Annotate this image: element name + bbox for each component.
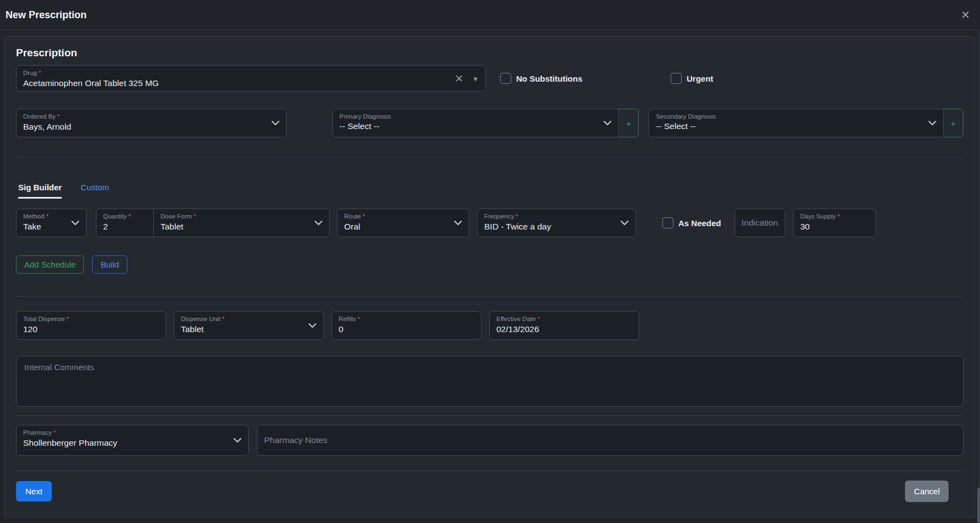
chevron-down-icon — [928, 121, 936, 126]
secondary-diagnosis-select[interactable]: Secondary Diagnosis -- Select -- — [649, 109, 944, 137]
quantity-value: 2 — [103, 221, 147, 233]
frequency-select[interactable]: Frequency* BID - Twice a day — [477, 209, 636, 237]
as-needed-checkbox[interactable]: As Needed — [662, 217, 721, 228]
internal-comments-textarea[interactable]: Internal Comments — [16, 356, 963, 407]
section-divider — [16, 415, 963, 416]
quantity-input[interactable]: Quantity* 2 — [97, 209, 154, 237]
diagnosis-row: Ordered By* Bays, Arnold Primary Diagnos… — [16, 109, 963, 137]
total-dispense-value: 120 — [23, 324, 159, 335]
next-button[interactable]: Next — [16, 481, 52, 501]
chevron-down-icon — [71, 221, 79, 226]
frequency-value: BID - Twice a day — [484, 221, 615, 233]
cancel-button[interactable]: Cancel — [905, 481, 949, 502]
schedule-buttons-row: Add Schedule Build — [16, 255, 963, 274]
chevron-down-icon — [620, 221, 629, 226]
days-supply-label: Days Supply* — [800, 212, 869, 221]
footer-actions: Next Cancel — [16, 481, 963, 502]
chevron-down-icon — [454, 221, 462, 226]
ordered-by-value: Bays, Arnold — [23, 121, 266, 133]
refills-input[interactable]: Refills* 0 — [331, 311, 481, 340]
dose-form-select[interactable]: Dose Form* Tablet — [154, 209, 329, 237]
sig-builder-row: Method* Take Quantity* 2 Dose Form* Tabl… — [16, 209, 963, 237]
required-marker: * — [516, 213, 518, 220]
required-marker: * — [363, 213, 365, 220]
chevron-down-icon — [233, 438, 242, 443]
quantity-label: Quantity* — [103, 212, 147, 221]
total-dispense-label: Total Dispense* — [23, 315, 159, 323]
drug-row: Drug* Acetaminophen Oral Tablet 325 MG ✕… — [16, 65, 963, 92]
pharmacy-row: Pharmacy* Shollenberger Pharmacy Pharmac… — [16, 425, 963, 456]
tab-custom[interactable]: Custom — [81, 183, 109, 199]
no-substitutions-label: No Substitutions — [516, 74, 582, 83]
section-title: Prescription — [16, 47, 963, 59]
add-secondary-diagnosis-button[interactable]: + — [943, 109, 963, 137]
vertical-scrollbar[interactable] — [977, 30, 980, 523]
no-substitutions-checkbox[interactable]: No Substitutions — [500, 73, 582, 84]
dispense-unit-select[interactable]: Dispense Unit* Tablet — [174, 311, 324, 340]
pharmacy-notes-placeholder: Pharmacy Notes — [264, 435, 328, 446]
tab-sig-builder[interactable]: Sig Builder — [18, 183, 62, 199]
pharmacy-select[interactable]: Pharmacy* Shollenberger Pharmacy — [16, 425, 249, 456]
secondary-diagnosis-label: Secondary Diagnosis — [656, 113, 923, 120]
effective-date-input[interactable]: Effective Date* 02/13/2026 — [489, 311, 639, 340]
internal-comments-placeholder: Internal Comments — [24, 362, 955, 372]
checkbox-box[interactable] — [500, 73, 511, 84]
clear-icon[interactable]: ✕ — [455, 73, 464, 84]
dose-form-value: Tablet — [160, 221, 309, 233]
as-needed-label: As Needed — [678, 218, 721, 228]
secondary-diagnosis-group: Secondary Diagnosis -- Select -- + — [649, 109, 963, 137]
modal-header: New Prescription ✕ — [0, 0, 980, 30]
drug-label: Drug* — [23, 69, 479, 77]
urgent-checkbox[interactable]: Urgent — [671, 73, 713, 84]
days-supply-value: 30 — [800, 221, 869, 233]
section-divider — [16, 296, 963, 297]
pharmacy-notes-input[interactable]: Pharmacy Notes — [257, 425, 963, 456]
dispense-row: Total Dispense* 120 Dispense Unit* Table… — [16, 311, 963, 340]
chevron-down-icon — [603, 121, 612, 126]
route-label: Route* — [344, 212, 449, 221]
refills-value: 0 — [339, 324, 474, 335]
route-select[interactable]: Route* Oral — [337, 209, 469, 237]
required-marker: * — [46, 213, 48, 220]
method-label: Method* — [23, 212, 66, 221]
chevron-down-icon — [308, 323, 317, 328]
days-supply-input[interactable]: Days Supply* 30 — [793, 209, 876, 237]
effective-date-value: 02/13/2026 — [496, 324, 632, 335]
section-divider — [16, 470, 963, 471]
add-primary-diagnosis-button[interactable]: + — [618, 109, 639, 137]
required-marker: * — [128, 213, 131, 220]
required-marker: * — [357, 316, 360, 322]
dose-form-label: Dose Form* — [160, 212, 309, 221]
scrollbar-thumb[interactable] — [977, 488, 980, 523]
checkbox-box[interactable] — [662, 217, 673, 228]
dispense-unit-value: Tablet — [181, 324, 303, 335]
add-schedule-button[interactable]: Add Schedule — [16, 255, 84, 274]
pharmacy-value: Shollenberger Pharmacy — [23, 437, 228, 449]
drug-value: Acetaminophen Oral Tablet 325 MG — [23, 78, 479, 89]
ordered-by-select[interactable]: Ordered By* Bays, Arnold — [16, 109, 287, 137]
required-marker: * — [222, 316, 224, 322]
urgent-label: Urgent — [687, 74, 713, 83]
required-marker: * — [837, 213, 839, 220]
required-marker: * — [194, 213, 196, 220]
method-value: Take — [23, 221, 66, 233]
modal-title: New Prescription — [6, 9, 87, 21]
prescription-panel: Prescription Drug* Acetaminophen Oral Ta… — [4, 36, 975, 517]
caret-down-icon[interactable]: ▾ — [473, 74, 478, 83]
ordered-by-label: Ordered By* — [23, 113, 266, 121]
route-value: Oral — [344, 221, 449, 233]
total-dispense-input[interactable]: Total Dispense* 120 — [16, 311, 166, 340]
chevron-down-icon — [271, 121, 280, 126]
dispense-unit-label: Dispense Unit* — [181, 315, 303, 323]
effective-date-label: Effective Date* — [496, 315, 632, 323]
method-select[interactable]: Method* Take — [16, 209, 87, 237]
drug-combobox[interactable]: Drug* Acetaminophen Oral Tablet 325 MG ✕… — [16, 65, 486, 92]
required-marker: * — [537, 316, 539, 322]
required-marker: * — [53, 429, 56, 436]
close-icon[interactable]: ✕ — [961, 9, 970, 20]
primary-diagnosis-select[interactable]: Primary Diagnosis -- Select -- — [333, 109, 619, 137]
indication-input[interactable]: Indication — [735, 209, 785, 237]
build-button[interactable]: Build — [92, 255, 127, 274]
checkbox-box[interactable] — [671, 73, 682, 84]
primary-diagnosis-value: -- Select -- — [340, 121, 599, 132]
